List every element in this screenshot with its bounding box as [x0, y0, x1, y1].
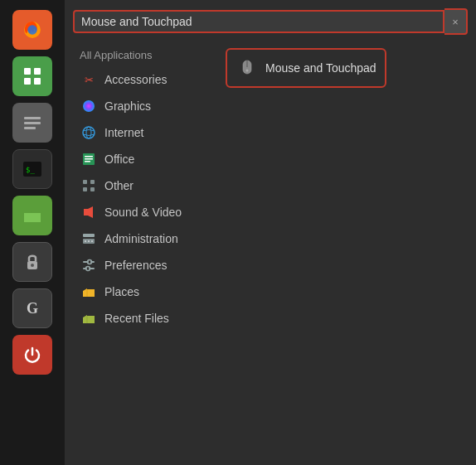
svg-rect-19: [85, 161, 90, 162]
administration-icon: [80, 230, 98, 248]
mouse-touchpad-icon: [236, 56, 259, 80]
internet-label: Internet: [104, 126, 143, 139]
sidebar-icon-manager[interactable]: [12, 103, 52, 143]
svg-text:$_: $_: [26, 166, 35, 174]
svg-rect-23: [90, 187, 95, 191]
internet-icon: [80, 124, 98, 142]
sidebar-icon-files[interactable]: [12, 196, 52, 235]
office-icon: [80, 150, 98, 168]
category-places[interactable]: Places: [73, 279, 214, 305]
svg-rect-18: [85, 158, 93, 160]
sidebar-icon-grid[interactable]: [12, 56, 52, 96]
svg-rect-25: [83, 234, 95, 237]
svg-point-35: [86, 267, 90, 271]
office-label: Office: [104, 153, 134, 166]
category-recent-files[interactable]: Recent Files: [73, 305, 214, 332]
preferences-icon: [80, 256, 98, 274]
sound-video-icon: [80, 203, 98, 221]
svg-point-13: [83, 100, 95, 112]
category-graphics[interactable]: Graphics: [73, 93, 214, 119]
graphics-icon: [80, 97, 98, 115]
all-apps-label: All Applications: [80, 49, 152, 61]
svg-point-12: [31, 264, 34, 267]
sidebar-icon-firefox[interactable]: [12, 10, 52, 50]
accessories-icon: ✂: [80, 70, 98, 89]
svg-rect-17: [85, 156, 93, 157]
accessories-label: Accessories: [104, 73, 167, 86]
result-mouse-touchpad[interactable]: Mouse and Touchpad: [226, 48, 386, 88]
places-label: Places: [104, 285, 139, 298]
svg-rect-4: [24, 78, 31, 85]
category-accessories[interactable]: ✂ Accessories: [73, 66, 214, 93]
svg-rect-27: [85, 240, 86, 242]
svg-point-14: [83, 127, 95, 138]
sidebar-icon-grub[interactable]: G: [12, 288, 52, 328]
svg-rect-5: [34, 78, 41, 85]
svg-point-15: [86, 127, 91, 138]
svg-rect-3: [34, 68, 41, 75]
svg-point-1: [27, 25, 36, 34]
graphics-label: Graphics: [104, 99, 151, 113]
svg-rect-6: [24, 117, 41, 119]
preferences-label: Preferences: [104, 259, 167, 272]
recent-files-label: Recent Files: [104, 312, 169, 325]
svg-rect-21: [90, 180, 95, 184]
clear-icon: ×: [452, 16, 459, 28]
other-icon: [80, 177, 98, 195]
administration-label: Administration: [104, 232, 178, 245]
category-office[interactable]: Office: [73, 146, 214, 172]
category-all[interactable]: All Applications: [73, 45, 214, 66]
sidebar-icon-lock[interactable]: [12, 242, 52, 282]
category-administration[interactable]: Administration: [73, 225, 214, 252]
places-icon: [80, 283, 98, 301]
category-sound-video[interactable]: Sound & Video: [73, 199, 214, 225]
sound-video-label: Sound & Video: [104, 206, 182, 219]
search-bar: ×: [73, 8, 468, 35]
search-input[interactable]: [81, 15, 436, 28]
svg-marker-24: [84, 206, 93, 218]
content-area: All Applications ✂ Accessories: [73, 45, 468, 457]
svg-rect-8: [24, 127, 36, 129]
sidebar-icon-power[interactable]: [12, 335, 52, 375]
search-clear-button[interactable]: ×: [444, 8, 468, 35]
main-area: × All Applications ✂ Accessories: [65, 0, 476, 465]
category-list: All Applications ✂ Accessories: [73, 45, 214, 457]
svg-rect-7: [24, 122, 41, 124]
result-label: Mouse and Touchpad: [265, 61, 376, 75]
sidebar-icon-terminal[interactable]: $_: [12, 149, 52, 189]
svg-rect-28: [88, 240, 90, 242]
sidebar: $_ G: [0, 0, 65, 465]
svg-point-38: [246, 70, 249, 72]
svg-point-32: [88, 260, 92, 264]
other-label: Other: [104, 179, 134, 192]
svg-rect-22: [83, 187, 87, 191]
svg-rect-29: [91, 240, 93, 242]
category-internet[interactable]: Internet: [73, 119, 214, 146]
search-results: Mouse and Touchpad: [222, 45, 468, 457]
recent-files-icon: [80, 309, 98, 327]
svg-rect-2: [24, 68, 31, 75]
svg-rect-20: [83, 180, 87, 184]
search-input-wrapper[interactable]: [73, 10, 444, 33]
category-preferences[interactable]: Preferences: [73, 252, 214, 279]
category-other[interactable]: Other: [73, 172, 214, 199]
